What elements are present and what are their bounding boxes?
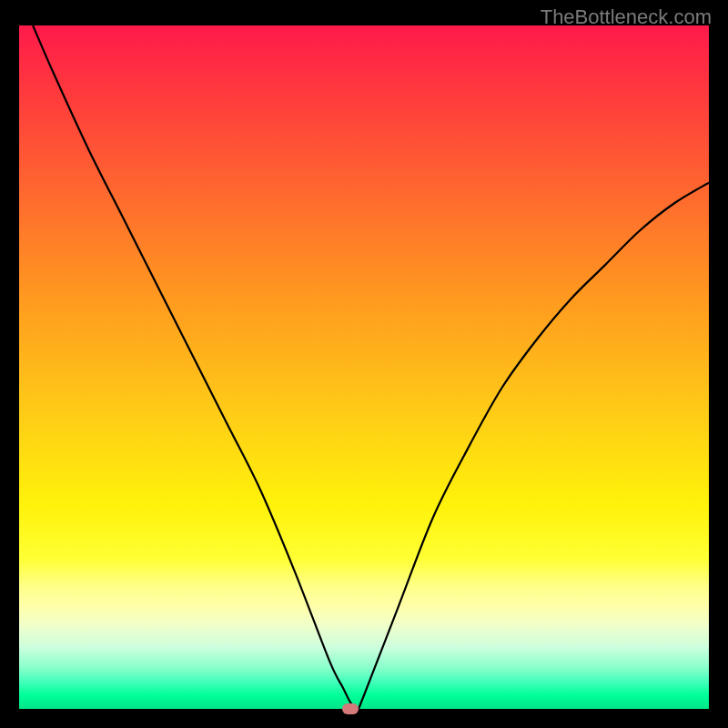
- bottleneck-curve: [19, 25, 709, 709]
- chart-plot-area: [19, 25, 709, 709]
- watermark-text: TheBottleneck.com: [541, 5, 712, 29]
- minimum-marker: [342, 703, 359, 714]
